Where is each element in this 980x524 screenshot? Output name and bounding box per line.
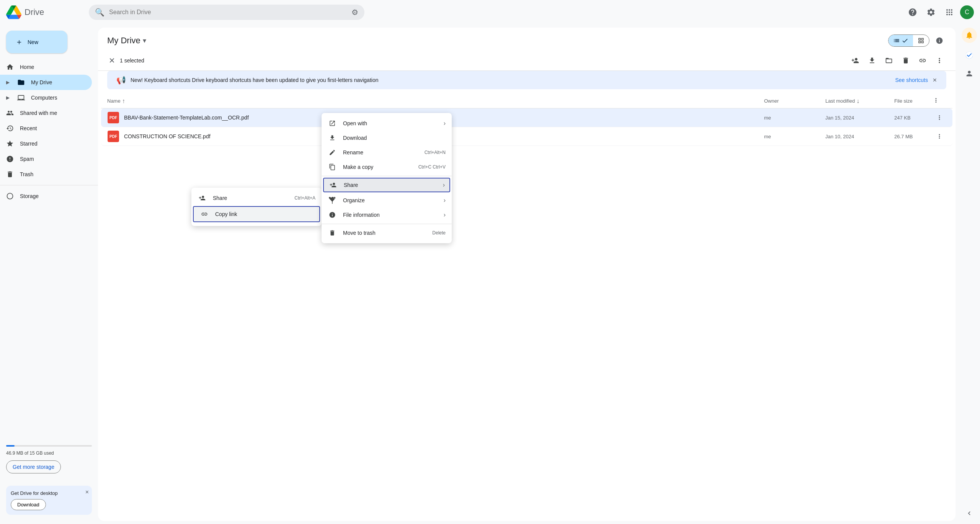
- sidebar-item-computers[interactable]: ▶ Computers: [0, 90, 92, 105]
- more-vert-small-icon: [936, 133, 943, 140]
- sidebar-item-home-label: Home: [20, 64, 34, 70]
- menu-download[interactable]: Download: [322, 131, 452, 145]
- more-actions-button[interactable]: [933, 54, 946, 67]
- menu-make-copy[interactable]: Make a copy Ctrl+C Ctrl+V: [322, 160, 452, 174]
- menu-open-with[interactable]: Open with ›: [322, 116, 452, 131]
- promo-download-button[interactable]: Download: [11, 499, 46, 510]
- link-icon: [919, 57, 926, 64]
- column-name-header[interactable]: Name ↑: [107, 98, 764, 105]
- small-menu-copy-link-item[interactable]: Copy link: [193, 206, 320, 222]
- table-row[interactable]: PDF BBAV-Bank-Statement-TemplateLab.com_…: [101, 108, 952, 127]
- content-header: My Drive ▾: [98, 28, 956, 51]
- see-shortcuts-link[interactable]: See shortcuts: [895, 77, 928, 83]
- list-view-button[interactable]: [889, 35, 913, 46]
- logo[interactable]: Drive: [6, 5, 83, 20]
- check-icon: [902, 37, 908, 44]
- right-sidebar: [959, 25, 980, 524]
- sidebar-item-starred[interactable]: Starred: [0, 136, 92, 151]
- person-icon-button[interactable]: [962, 66, 977, 81]
- grid-view-icon: [918, 37, 924, 44]
- menu-trash[interactable]: Move to trash Delete: [322, 226, 452, 240]
- share-arrow: ›: [443, 182, 445, 188]
- trash-icon: [6, 170, 14, 178]
- small-menu-share-shortcut: Ctrl+Alt+A: [294, 195, 315, 201]
- add-people-button[interactable]: [848, 54, 862, 67]
- drive-title-text: My Drive: [107, 36, 140, 46]
- search-input[interactable]: [109, 9, 347, 16]
- file-more-button[interactable]: [933, 130, 946, 142]
- apps-button[interactable]: [942, 5, 957, 20]
- search-icon: 🔍: [95, 8, 105, 17]
- avatar[interactable]: C: [960, 5, 974, 19]
- more-header-icon: [933, 97, 939, 104]
- notification-icon: [965, 31, 973, 39]
- small-menu-share-label: Share: [213, 195, 288, 201]
- content-area: My Drive ▾ ✕: [98, 28, 956, 521]
- more-options-button[interactable]: [933, 111, 946, 124]
- more-options-button[interactable]: [933, 130, 946, 142]
- organize-icon: [328, 197, 337, 204]
- filter-icon[interactable]: ⚙: [351, 8, 358, 17]
- menu-rename[interactable]: Rename Ctrl+Alt+N: [322, 145, 452, 160]
- move-to-button[interactable]: [882, 54, 896, 67]
- delete-icon: [902, 57, 910, 64]
- selection-count: 1 selected: [120, 57, 845, 64]
- menu-organize[interactable]: Organize ›: [322, 193, 452, 208]
- menu-make-copy-shortcut: Ctrl+C Ctrl+V: [418, 164, 446, 170]
- spam-icon: [6, 155, 14, 163]
- sidebar-item-storage[interactable]: Storage: [0, 188, 92, 204]
- sidebar-item-recent[interactable]: Recent: [0, 121, 92, 136]
- column-owner-header: Owner: [764, 98, 825, 104]
- info-button[interactable]: [933, 34, 946, 47]
- expand-sidebar-button[interactable]: [962, 506, 977, 521]
- file-more-button[interactable]: [933, 111, 946, 124]
- get-storage-button[interactable]: Get more storage: [6, 460, 61, 473]
- info-menu-icon: [328, 211, 337, 218]
- close-selection-button[interactable]: ✕: [107, 54, 117, 67]
- column-modified-header[interactable]: Last modified ↓: [825, 98, 894, 105]
- share-menu-icon: [328, 182, 338, 188]
- help-button[interactable]: [905, 5, 920, 20]
- pdf-icon: PDF: [108, 131, 119, 142]
- delete-button[interactable]: [899, 54, 913, 67]
- sidebar-item-my-drive[interactable]: ▶ My Drive: [0, 75, 92, 90]
- banner-close-button[interactable]: ✕: [933, 77, 937, 83]
- sidebar-item-computers-label: Computers: [31, 95, 57, 101]
- menu-divider-1: [322, 176, 452, 176]
- folder-icon: [17, 79, 25, 86]
- sort-arrow: ↑: [122, 98, 125, 105]
- notifications-icon-button[interactable]: [962, 28, 977, 43]
- sidebar-item-home[interactable]: Home: [0, 59, 92, 75]
- storage-bar-background: [6, 445, 92, 447]
- topbar: Drive 🔍 ⚙ C: [0, 0, 980, 25]
- sidebar-item-trash[interactable]: Trash: [0, 167, 92, 182]
- download-button[interactable]: [865, 54, 879, 67]
- promo-close-button[interactable]: ×: [85, 489, 89, 496]
- menu-divider-2: [322, 224, 452, 224]
- notification-banner: 📢 New! Keyboard shortcuts Drive keyboard…: [107, 71, 946, 89]
- sidebar-item-shared[interactable]: Shared with me: [0, 105, 92, 121]
- file-icon: PDF: [107, 111, 119, 124]
- storage-info: 46.9 MB of 15 GB used Get more storage: [0, 436, 98, 480]
- search-bar[interactable]: 🔍 ⚙: [89, 5, 364, 20]
- get-link-button[interactable]: [916, 54, 929, 67]
- new-button[interactable]: ＋ New: [6, 31, 67, 53]
- menu-file-info[interactable]: File information ›: [322, 208, 452, 222]
- google-drive-logo-icon: [6, 5, 21, 20]
- settings-button[interactable]: [923, 5, 939, 20]
- menu-share[interactable]: Share ›: [323, 178, 450, 192]
- sidebar-item-spam[interactable]: Spam: [0, 151, 92, 167]
- grid-view-button[interactable]: [913, 35, 929, 46]
- chat-icon-button[interactable]: [962, 47, 977, 63]
- file-size: 247 KB: [894, 115, 933, 121]
- table-row[interactable]: PDF CONSTRUCTION OF SCIENCE.pdf me Jan 1…: [101, 127, 952, 146]
- file-modified: Jan 10, 2024: [825, 134, 894, 139]
- drive-title[interactable]: My Drive ▾: [107, 36, 146, 46]
- small-menu-share-item[interactable]: Share Ctrl+Alt+A: [191, 191, 322, 205]
- person-icon: [965, 69, 973, 78]
- file-owner: me: [764, 115, 825, 121]
- sidebar-item-starred-label: Starred: [20, 141, 38, 147]
- add-person-icon: [851, 57, 859, 64]
- recent-icon: [6, 124, 14, 132]
- storage-text: 46.9 MB of 15 GB used: [6, 450, 54, 456]
